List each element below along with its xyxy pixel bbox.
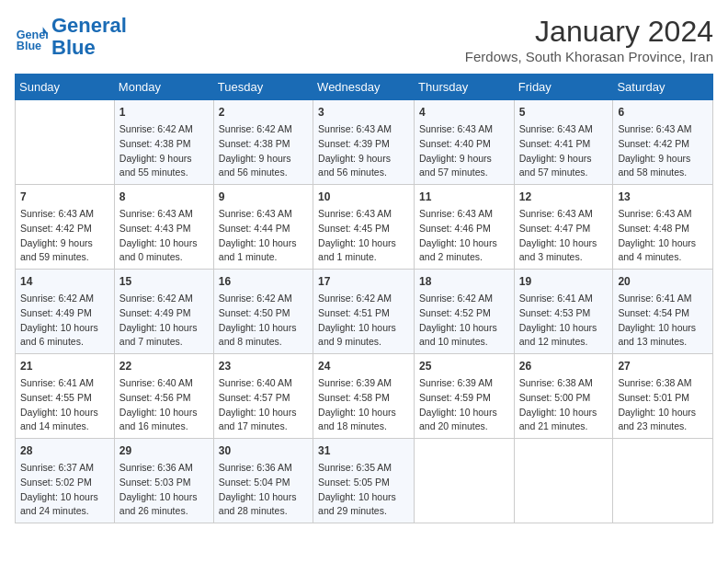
svg-text:Blue: Blue bbox=[17, 40, 41, 53]
calendar-day-cell: 2Sunrise: 6:42 AMSunset: 4:38 PMDaylight… bbox=[213, 100, 313, 185]
calendar-day-cell: 4Sunrise: 6:43 AMSunset: 4:40 PMDaylight… bbox=[415, 100, 515, 185]
day-number: 4 bbox=[419, 104, 509, 121]
calendar-week-row: 7Sunrise: 6:43 AMSunset: 4:42 PMDaylight… bbox=[16, 185, 713, 270]
calendar-day-cell: 22Sunrise: 6:40 AMSunset: 4:56 PMDayligh… bbox=[114, 354, 213, 439]
day-number: 9 bbox=[219, 189, 308, 205]
calendar-day-cell: 7Sunrise: 6:43 AMSunset: 4:42 PMDaylight… bbox=[16, 185, 115, 270]
day-info: Sunrise: 6:37 AMSunset: 5:02 PMDaylight:… bbox=[20, 461, 109, 519]
day-number: 1 bbox=[119, 104, 209, 121]
calendar-day-cell: 13Sunrise: 6:43 AMSunset: 4:48 PMDayligh… bbox=[613, 185, 713, 270]
calendar-table: SundayMondayTuesdayWednesdayThursdayFrid… bbox=[15, 74, 713, 523]
day-number: 7 bbox=[20, 189, 109, 205]
day-number: 27 bbox=[618, 358, 708, 374]
day-number: 28 bbox=[20, 442, 109, 459]
day-info: Sunrise: 6:41 AMSunset: 4:53 PMDaylight:… bbox=[519, 292, 609, 350]
day-info: Sunrise: 6:36 AMSunset: 5:03 PMDaylight:… bbox=[119, 461, 209, 519]
weekday-header: Thursday bbox=[415, 75, 515, 100]
calendar-day-cell: 5Sunrise: 6:43 AMSunset: 4:41 PMDaylight… bbox=[514, 100, 613, 185]
calendar-day-cell: 18Sunrise: 6:42 AMSunset: 4:52 PMDayligh… bbox=[415, 270, 515, 354]
day-info: Sunrise: 6:38 AMSunset: 5:01 PMDaylight:… bbox=[618, 376, 708, 434]
day-number: 19 bbox=[519, 273, 609, 290]
day-info: Sunrise: 6:43 AMSunset: 4:41 PMDaylight:… bbox=[519, 122, 609, 180]
calendar-day-cell: 19Sunrise: 6:41 AMSunset: 4:53 PMDayligh… bbox=[514, 270, 613, 354]
calendar-day-cell: 14Sunrise: 6:42 AMSunset: 4:49 PMDayligh… bbox=[16, 270, 115, 354]
day-number: 20 bbox=[618, 273, 708, 290]
weekday-header: Wednesday bbox=[313, 75, 415, 100]
weekday-header-row: SundayMondayTuesdayWednesdayThursdayFrid… bbox=[16, 75, 713, 100]
calendar-day-cell: 30Sunrise: 6:36 AMSunset: 5:04 PMDayligh… bbox=[213, 439, 313, 523]
weekday-header: Sunday bbox=[16, 75, 115, 100]
calendar-day-cell: 1Sunrise: 6:42 AMSunset: 4:38 PMDaylight… bbox=[114, 100, 213, 185]
day-number: 6 bbox=[618, 104, 708, 121]
day-number: 8 bbox=[119, 189, 209, 205]
day-number: 15 bbox=[119, 273, 209, 290]
day-info: Sunrise: 6:40 AMSunset: 4:57 PMDaylight:… bbox=[219, 376, 308, 434]
day-number: 26 bbox=[519, 358, 609, 374]
weekday-header: Tuesday bbox=[213, 75, 313, 100]
calendar-day-cell bbox=[613, 439, 713, 523]
day-info: Sunrise: 6:39 AMSunset: 4:58 PMDaylight:… bbox=[318, 376, 409, 434]
logo-text: General Blue bbox=[51, 15, 127, 59]
day-number: 10 bbox=[318, 189, 409, 205]
calendar-day-cell: 15Sunrise: 6:42 AMSunset: 4:49 PMDayligh… bbox=[114, 270, 213, 354]
day-number: 13 bbox=[618, 189, 708, 205]
day-info: Sunrise: 6:43 AMSunset: 4:42 PMDaylight:… bbox=[20, 207, 109, 265]
day-info: Sunrise: 6:42 AMSunset: 4:49 PMDaylight:… bbox=[119, 292, 209, 350]
calendar-week-row: 1Sunrise: 6:42 AMSunset: 4:38 PMDaylight… bbox=[16, 100, 713, 185]
calendar-day-cell: 31Sunrise: 6:35 AMSunset: 5:05 PMDayligh… bbox=[313, 439, 415, 523]
month-title: January 2024 bbox=[465, 15, 713, 49]
day-number: 29 bbox=[119, 442, 209, 459]
page-header: General Blue General Blue January 2024 F… bbox=[15, 15, 713, 64]
day-number: 22 bbox=[119, 358, 209, 374]
calendar-day-cell: 25Sunrise: 6:39 AMSunset: 4:59 PMDayligh… bbox=[415, 354, 515, 439]
day-info: Sunrise: 6:43 AMSunset: 4:46 PMDaylight:… bbox=[419, 207, 509, 265]
day-info: Sunrise: 6:43 AMSunset: 4:42 PMDaylight:… bbox=[618, 122, 708, 180]
day-info: Sunrise: 6:42 AMSunset: 4:38 PMDaylight:… bbox=[119, 122, 209, 180]
calendar-day-cell: 29Sunrise: 6:36 AMSunset: 5:03 PMDayligh… bbox=[114, 439, 213, 523]
calendar-day-cell: 12Sunrise: 6:43 AMSunset: 4:47 PMDayligh… bbox=[514, 185, 613, 270]
day-number: 30 bbox=[219, 442, 308, 459]
location-title: Ferdows, South Khorasan Province, Iran bbox=[465, 49, 713, 64]
day-info: Sunrise: 6:40 AMSunset: 4:56 PMDaylight:… bbox=[119, 376, 209, 434]
day-info: Sunrise: 6:42 AMSunset: 4:49 PMDaylight:… bbox=[20, 292, 109, 350]
weekday-header: Saturday bbox=[613, 75, 713, 100]
calendar-day-cell bbox=[514, 439, 613, 523]
logo-icon: General Blue bbox=[15, 20, 48, 53]
day-number: 31 bbox=[318, 442, 409, 459]
day-number: 2 bbox=[219, 104, 308, 121]
logo-line2: Blue bbox=[51, 36, 96, 59]
day-info: Sunrise: 6:43 AMSunset: 4:40 PMDaylight:… bbox=[419, 122, 509, 180]
calendar-day-cell: 24Sunrise: 6:39 AMSunset: 4:58 PMDayligh… bbox=[313, 354, 415, 439]
calendar-week-row: 21Sunrise: 6:41 AMSunset: 4:55 PMDayligh… bbox=[16, 354, 713, 439]
day-info: Sunrise: 6:41 AMSunset: 4:55 PMDaylight:… bbox=[20, 376, 109, 434]
day-number: 24 bbox=[318, 358, 409, 374]
day-info: Sunrise: 6:42 AMSunset: 4:38 PMDaylight:… bbox=[219, 122, 308, 180]
day-info: Sunrise: 6:41 AMSunset: 4:54 PMDaylight:… bbox=[618, 292, 708, 350]
day-info: Sunrise: 6:35 AMSunset: 5:05 PMDaylight:… bbox=[318, 461, 409, 519]
day-number: 25 bbox=[419, 358, 509, 374]
day-number: 16 bbox=[219, 273, 308, 290]
calendar-day-cell: 3Sunrise: 6:43 AMSunset: 4:39 PMDaylight… bbox=[313, 100, 415, 185]
calendar-day-cell: 11Sunrise: 6:43 AMSunset: 4:46 PMDayligh… bbox=[415, 185, 515, 270]
calendar-day-cell: 10Sunrise: 6:43 AMSunset: 4:45 PMDayligh… bbox=[313, 185, 415, 270]
calendar-day-cell: 9Sunrise: 6:43 AMSunset: 4:44 PMDaylight… bbox=[213, 185, 313, 270]
calendar-day-cell bbox=[16, 100, 115, 185]
calendar-week-row: 14Sunrise: 6:42 AMSunset: 4:49 PMDayligh… bbox=[16, 270, 713, 354]
weekday-header: Friday bbox=[514, 75, 613, 100]
day-info: Sunrise: 6:43 AMSunset: 4:39 PMDaylight:… bbox=[318, 122, 409, 180]
day-number: 3 bbox=[318, 104, 409, 121]
logo: General Blue General Blue bbox=[15, 15, 127, 59]
calendar-day-cell: 23Sunrise: 6:40 AMSunset: 4:57 PMDayligh… bbox=[213, 354, 313, 439]
day-number: 21 bbox=[20, 358, 109, 374]
calendar-day-cell: 16Sunrise: 6:42 AMSunset: 4:50 PMDayligh… bbox=[213, 270, 313, 354]
day-number: 18 bbox=[419, 273, 509, 290]
calendar-day-cell: 26Sunrise: 6:38 AMSunset: 5:00 PMDayligh… bbox=[514, 354, 613, 439]
calendar-week-row: 28Sunrise: 6:37 AMSunset: 5:02 PMDayligh… bbox=[16, 439, 713, 523]
day-info: Sunrise: 6:42 AMSunset: 4:50 PMDaylight:… bbox=[219, 292, 308, 350]
weekday-header: Monday bbox=[114, 75, 213, 100]
day-info: Sunrise: 6:43 AMSunset: 4:45 PMDaylight:… bbox=[318, 207, 409, 265]
day-number: 17 bbox=[318, 273, 409, 290]
calendar-day-cell: 28Sunrise: 6:37 AMSunset: 5:02 PMDayligh… bbox=[16, 439, 115, 523]
day-info: Sunrise: 6:38 AMSunset: 5:00 PMDaylight:… bbox=[519, 376, 609, 434]
day-number: 14 bbox=[20, 273, 109, 290]
